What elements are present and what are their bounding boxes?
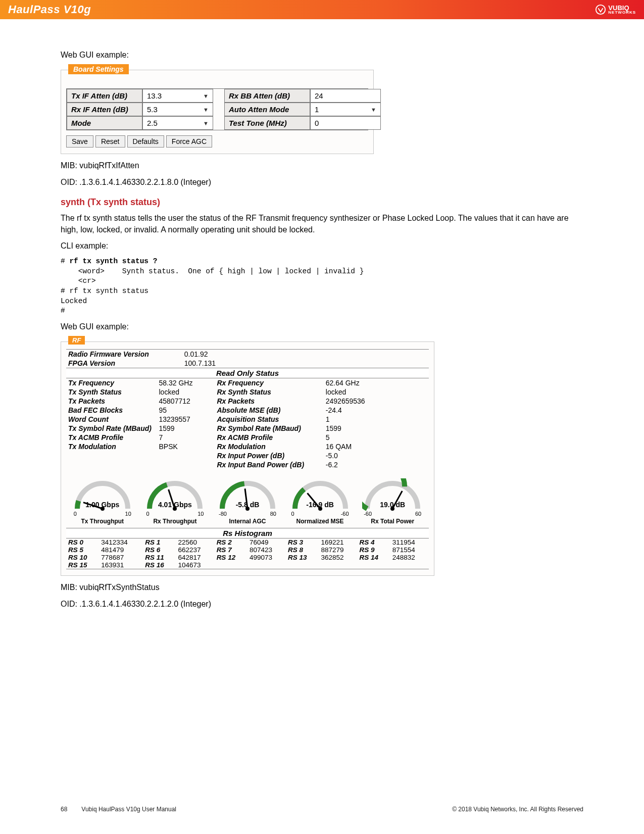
rf-label: Tx ACMB Profile: [66, 433, 157, 442]
rf-value: 62.64 GHz: [324, 378, 429, 387]
hist-value: 248832: [390, 554, 429, 561]
section-heading-synth: synth (Tx synth status): [61, 197, 583, 208]
hist-value: 499073: [247, 554, 286, 561]
hist-value: 104673: [176, 561, 215, 569]
bs-label: Rx IF Atten (dB): [67, 103, 142, 116]
rf-value: 100.7.131: [182, 359, 429, 368]
hist-value: 662237: [176, 546, 215, 554]
rf-value: 13239557: [157, 415, 215, 424]
hist-value: 76049: [247, 538, 286, 546]
bs-value-dropdown[interactable]: 5.3▼: [142, 103, 213, 116]
hist-value: 169221: [319, 538, 357, 546]
rf-value: -5.0: [324, 451, 429, 460]
hist-value: 163931: [99, 561, 143, 569]
bs-value-dropdown[interactable]: 13.3▼: [142, 89, 213, 103]
gauge: 4.01 Gbps010Rx Throughput: [142, 478, 208, 525]
oid-2: OID: .1.3.6.1.4.1.46330.2.2.1.2.0 (Integ…: [61, 599, 583, 610]
chevron-down-icon: ▼: [371, 107, 376, 113]
rf-label: FPGA Version: [66, 359, 182, 368]
rf-label: [66, 460, 157, 469]
chevron-down-icon: ▼: [203, 120, 209, 126]
hist-label: RS 3: [286, 538, 319, 546]
rf-label: Word Count: [66, 415, 157, 424]
rf-label: Tx Packets: [66, 397, 157, 406]
reset-button[interactable]: Reset: [95, 135, 125, 148]
bs-value-dropdown: 0: [310, 116, 381, 130]
hist-label: RS 9: [358, 546, 390, 554]
chevron-down-icon: ▼: [203, 93, 209, 99]
gauge-min: 0: [74, 511, 77, 517]
rf-value: 16 QAM: [324, 442, 429, 451]
bs-label: Tx IF Atten (dB): [67, 89, 142, 103]
gauge-value: 1.00 Gbps: [70, 501, 135, 509]
hist-label: RS 2: [215, 538, 247, 546]
section-paragraph: The rf tx synth status tells the user th…: [61, 213, 583, 235]
board-settings-legend: Board Settings: [68, 64, 129, 74]
rf-label: Rx ACMB Profile: [215, 433, 323, 442]
bs-label: Rx BB Atten (dB): [224, 89, 310, 103]
rf-label: Rx Symbol Rate (MBaud): [215, 424, 323, 433]
rf-top-table: Radio Firmware Version0.01.92FPGA Versio…: [66, 349, 429, 368]
rf-value: [157, 460, 215, 469]
bs-value-dropdown[interactable]: 1▼: [310, 103, 381, 116]
hist-label: [358, 561, 390, 569]
hist-value: 481479: [99, 546, 143, 554]
rf-label: [66, 451, 157, 460]
gauge-label: Rx Throughput: [142, 518, 208, 525]
rf-label: Rx Modulation: [215, 442, 323, 451]
hist-value: [390, 561, 429, 569]
hist-label: RS 11: [143, 554, 176, 561]
hist-value: 22560: [176, 538, 215, 546]
hist-value: [319, 561, 357, 569]
hist-label: RS 13: [286, 554, 319, 561]
hist-value: [247, 561, 286, 569]
hist-value: 642817: [176, 554, 215, 561]
rf-label: Absolute MSE (dB): [215, 406, 323, 415]
bs-label: Auto Atten Mode: [224, 103, 310, 116]
hist-value: 3412334: [99, 538, 143, 546]
defaults-button[interactable]: Defaults: [127, 135, 164, 148]
rf-value: 1599: [324, 424, 429, 433]
rf-value: 1: [324, 415, 429, 424]
rf-value: BPSK: [157, 442, 215, 451]
gauge-max: 10: [125, 511, 131, 517]
bs-value-dropdown[interactable]: 2.5▼: [142, 116, 213, 130]
rf-value: 45807712: [157, 397, 215, 406]
force-agc-button[interactable]: Force AGC: [166, 135, 212, 148]
gauge-min: -60: [364, 511, 372, 517]
hist-label: RS 1: [143, 538, 176, 546]
svg-point-0: [596, 5, 605, 14]
board-settings-grid: Tx IF Atten (dB)13.3▼Rx BB Atten (dB)24R…: [66, 88, 368, 130]
cli-example-label: CLI example:: [61, 240, 583, 252]
hist-label: RS 16: [143, 561, 176, 569]
board-settings-panel: Board Settings Tx IF Atten (dB)13.3▼Rx B…: [61, 70, 374, 154]
page-number: 68: [61, 806, 67, 813]
rf-value: 58.32 GHz: [157, 378, 215, 387]
gauge-row: 1.00 Gbps010Tx Throughput4.01 Gbps010Rx …: [66, 478, 429, 525]
rs-histogram-table: RS 03412334RS 122560RS 276049RS 3169221R…: [66, 538, 429, 569]
hist-value: 807423: [247, 546, 286, 554]
rf-value: 95: [157, 406, 215, 415]
logo-sub: NETWORKS: [608, 11, 636, 14]
hist-value: 887279: [319, 546, 357, 554]
gauge: -5.8 dB-8080Internal AGC: [215, 478, 280, 525]
save-button[interactable]: Save: [66, 135, 93, 148]
hist-value: 362852: [319, 554, 357, 561]
rf-panel: RF Radio Firmware Version0.01.92FPGA Ver…: [61, 341, 434, 576]
rf-label: Tx Symbol Rate (MBaud): [66, 424, 157, 433]
bs-label: Mode: [67, 116, 142, 130]
logo-icon: [595, 4, 606, 15]
mib-1: MIB: vubiqRfTxIfAtten: [61, 160, 583, 171]
gauge: -16.9 dB0-60Normalized MSE: [287, 478, 353, 525]
rf-value: 2492659536: [324, 397, 429, 406]
rf-value: 7: [157, 433, 215, 442]
gauge-value: 4.01 Gbps: [142, 501, 208, 509]
rf-label: Acquisition Status: [215, 415, 323, 424]
brand-logo: VUBIQ NETWORKS: [595, 4, 636, 15]
rf-label: Bad FEC Blocks: [66, 406, 157, 415]
hist-label: RS 4: [358, 538, 390, 546]
app-title: HaulPass V10g: [8, 3, 91, 16]
hist-label: RS 6: [143, 546, 176, 554]
gauge-max: 80: [270, 511, 276, 517]
gauge-label: Internal AGC: [215, 518, 280, 525]
